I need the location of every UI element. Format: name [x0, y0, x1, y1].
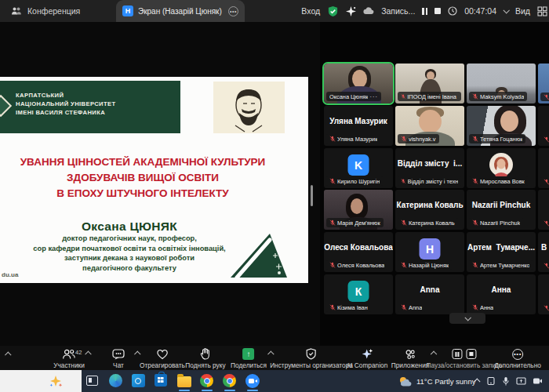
chat-button[interactable]: Чат [112, 348, 125, 369]
recording-status-label: Запись... [381, 6, 415, 16]
windows-search-box[interactable] [0, 370, 82, 392]
chrome-profile-icon[interactable] [223, 374, 237, 388]
muted-mic-icon [544, 220, 549, 227]
muted-mic-icon [329, 136, 336, 142]
muted-mic-icon [544, 179, 549, 185]
participant-tile[interactable]: K Кирило Шуригін [324, 148, 393, 188]
participant-tile[interactable]: Уляна Мазурик Уляна Мазурик [324, 106, 393, 146]
edge-browser-icon[interactable] [109, 374, 123, 388]
participant-name-label: Кізима Іван [326, 303, 371, 312]
tab-more-icon[interactable]: ••• [228, 6, 238, 16]
participants-chevron-icon[interactable] [85, 350, 91, 357]
participant-tile[interactable] [538, 274, 549, 314]
tray-screen-share-icon[interactable] [516, 377, 526, 386]
muted-mic-icon [401, 178, 406, 184]
taskbar-weather-widget[interactable]: 11°C Partly sunny [398, 370, 475, 392]
muted-mic-icon [472, 178, 478, 184]
participant-name-label [540, 303, 549, 312]
audio-settings-chevron-icon[interactable] [5, 351, 11, 358]
participants-group-icon [11, 6, 22, 16]
microsoft-store-icon[interactable] [155, 374, 169, 388]
share-screen-button[interactable]: ↑ Поделиться [231, 348, 267, 369]
tray-microphone-icon[interactable] [502, 376, 510, 387]
participant-tile[interactable]: Марія Дем'янюк [324, 190, 393, 230]
timer-chevron-down-icon[interactable] [503, 7, 509, 13]
stop-recording-icon[interactable] [434, 8, 441, 14]
participant-tile[interactable]: Nazarii Pinchuk Nazarii Pinchuk [467, 190, 536, 230]
tray-device-icon[interactable] [486, 376, 496, 386]
ai-companion-button[interactable]: AI Companion [347, 348, 388, 369]
meeting-home-button[interactable]: Конференция [11, 0, 80, 22]
screen-scrollbar-thumb[interactable] [311, 185, 313, 206]
muted-mic-icon [401, 304, 407, 310]
pause-recording-icon[interactable] [422, 8, 427, 15]
participant-name-label: Мирослава Вовк [469, 176, 528, 186]
participant-name-label: Anna [398, 303, 425, 312]
participant-photo-avatar [489, 153, 513, 176]
more-button[interactable]: ••• Дополнительно [494, 348, 541, 369]
muted-mic-icon [544, 94, 549, 100]
task-view-icon[interactable] [86, 376, 98, 386]
participant-name-label [540, 93, 549, 101]
tab-screen-share[interactable]: Н Экран (Назарій Цюняк) ••• [116, 0, 245, 22]
meeting-secure-shield-icon[interactable] [327, 5, 339, 17]
participant-tile[interactable] [538, 190, 549, 230]
chat-icon [112, 349, 125, 360]
copilot-sparkle-icon [49, 374, 63, 388]
zoom-app-icon[interactable] [245, 374, 260, 388]
participant-name-label [540, 219, 549, 227]
view-button[interactable]: Вид [515, 6, 530, 16]
gallery-view-grid-icon[interactable] [537, 6, 547, 16]
participant-tile[interactable]: Н Назарій Цюняк [395, 232, 464, 272]
participant-tile[interactable]: Артем Тумарче... Артем Тумарченко [467, 232, 536, 272]
cloud-recording-icon [363, 7, 374, 15]
apps-button[interactable]: Приложения [391, 348, 430, 369]
host-tools-shield-icon [306, 348, 316, 360]
stop-recording-button[interactable] [467, 349, 477, 359]
participant-tile[interactable] [538, 148, 549, 188]
tray-camera-icon[interactable] [533, 377, 543, 385]
outlook-icon[interactable] [132, 374, 146, 388]
slide-title-line: ЗДОБУВАЧІВ ВИЩОЇ ОСВІТИ [0, 170, 300, 186]
participant-tile[interactable]: Тетяна Гоцанюк [467, 106, 536, 146]
window-top-bar: Конференция Н Экран (Назарій Цюняк) ••• … [0, 0, 549, 22]
grid-next-page-button[interactable] [449, 313, 485, 324]
participant-tile[interactable]: Олеся Ковальова Олеся Ковальова [324, 232, 393, 272]
react-button[interactable]: Отреагировать [140, 348, 185, 369]
muted-mic-icon [472, 220, 478, 226]
participant-avatar: K [348, 154, 369, 176]
participant-tile[interactable]: vishnyak.v [395, 106, 464, 146]
participant-avatar: К [348, 281, 369, 302]
participants-button[interactable]: Участники 42 [53, 348, 85, 369]
speaking-indicator-icon: ··· [369, 93, 377, 100]
faculty-triangle-logo [229, 232, 289, 282]
file-explorer-icon[interactable] [177, 374, 191, 388]
participant-tile[interactable]: В [538, 232, 549, 272]
participant-tile[interactable] [538, 64, 549, 103]
pause-recording-button[interactable] [453, 349, 463, 359]
participant-tile[interactable]: Відділ змісту і... Відділ змісту і техно… [395, 148, 464, 188]
participant-tile[interactable]: Катерина Коваль Катерина Коваль [395, 190, 464, 230]
host-tools-button[interactable]: Инструменты организатора [270, 348, 353, 369]
participant-tile[interactable]: Maksym Kolyada [467, 64, 536, 103]
university-name-line: ІМЕНІ ВАСИЛЯ СТЕФАНИКА [16, 108, 116, 117]
muted-mic-icon [544, 136, 549, 143]
signin-button[interactable]: Вход [301, 6, 320, 16]
tray-expand-chevron-icon[interactable] [474, 378, 480, 384]
participant-name-label: Артем Тумарченко [469, 260, 533, 270]
participant-tile[interactable]: Анна Анна [467, 274, 536, 314]
raise-hand-button[interactable]: Поднять руку [185, 348, 225, 369]
participant-name-label: Уляна Мазурик [326, 134, 380, 143]
participant-tile[interactable]: ІПООД імені Івана Зяз... [395, 64, 464, 103]
ai-sparkle-icon[interactable] [346, 6, 356, 16]
participant-tile[interactable] [538, 106, 549, 146]
timer-clock-icon [448, 6, 457, 16]
chrome-icon[interactable] [200, 374, 214, 388]
slide-title: УВАННЯ ЦІННОСТЕЙ АКАДЕМІЧНОЇ КУЛЬТУРИ ЗД… [0, 154, 300, 201]
participant-tile[interactable]: К Кізима Іван [324, 274, 393, 314]
participant-tile[interactable]: Оксана Цюняк··· [324, 64, 393, 103]
muted-mic-icon [401, 220, 407, 226]
participant-tile[interactable]: Мирослава Вовк [467, 148, 536, 188]
participant-tile[interactable]: Anna Anna [395, 274, 464, 314]
presentation-slide: КАРПАТСЬКИЙ НАЦІОНАЛЬНИЙ УНІВЕРСИТЕТ ІМЕ… [0, 77, 308, 283]
